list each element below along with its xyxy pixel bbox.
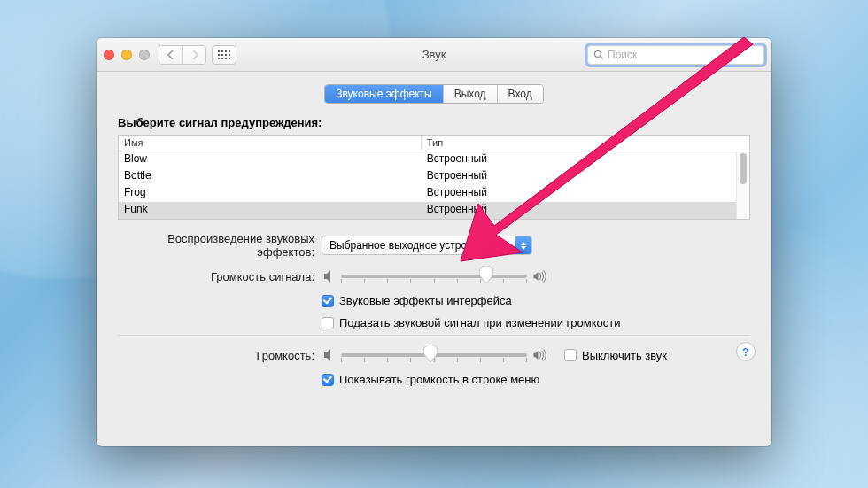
svg-line-1 bbox=[601, 56, 603, 58]
choose-alert-label: Выберите сигнал предупреждения: bbox=[118, 116, 750, 129]
popup-value: Выбранное выходное устройство bbox=[329, 239, 494, 252]
table-header: Имя Тип bbox=[119, 136, 749, 151]
speaker-high-icon bbox=[527, 348, 555, 362]
checkbox-label: Выключить звук bbox=[582, 349, 667, 362]
volume-feedback-checkbox[interactable]: Подавать звуковой сигнал при изменении г… bbox=[322, 316, 620, 329]
show-all-button[interactable] bbox=[212, 45, 236, 65]
play-through-label: Воспроизведение звуковых эффектов: bbox=[118, 232, 322, 259]
checkbox-icon bbox=[564, 349, 577, 361]
output-volume-slider[interactable] bbox=[341, 346, 527, 364]
checkbox-icon bbox=[322, 295, 334, 307]
alert-sounds-table[interactable]: Имя Тип Blow Встроенный Bottle Встроенны… bbox=[118, 135, 750, 220]
checkbox-icon bbox=[322, 317, 334, 329]
svg-point-0 bbox=[595, 50, 601, 57]
minimize-icon[interactable] bbox=[121, 50, 132, 60]
checkbox-label: Показывать громкость в строке меню bbox=[339, 373, 539, 386]
table-row[interactable]: Blow Встроенный bbox=[119, 151, 749, 168]
alert-volume-slider[interactable] bbox=[341, 267, 527, 285]
ui-sounds-checkbox[interactable]: Звуковые эффекты интерфейса bbox=[322, 294, 512, 307]
alert-volume-label: Громкость сигнала: bbox=[118, 270, 322, 283]
titlebar: Звук bbox=[97, 38, 771, 72]
speaker-low-icon bbox=[322, 269, 341, 283]
search-icon bbox=[593, 50, 604, 60]
play-through-popup[interactable]: Выбранное выходное устройство bbox=[322, 236, 532, 255]
tab-input[interactable]: Вход bbox=[497, 85, 543, 103]
close-icon[interactable] bbox=[104, 50, 114, 60]
divider bbox=[118, 335, 750, 336]
mute-checkbox[interactable]: Выключить звук bbox=[564, 349, 667, 362]
content-area: Звуковые эффекты Выход Вход Выберите сиг… bbox=[97, 72, 771, 402]
output-volume-label: Громкость: bbox=[118, 349, 322, 362]
table-row[interactable]: Bottle Встроенный bbox=[119, 168, 749, 185]
show-in-menubar-checkbox[interactable]: Показывать громкость в строке меню bbox=[322, 373, 539, 386]
help-icon: ? bbox=[742, 345, 749, 359]
tab-output[interactable]: Выход bbox=[443, 85, 497, 103]
forward-button[interactable] bbox=[182, 46, 205, 64]
col-name[interactable]: Имя bbox=[119, 136, 422, 151]
table-row[interactable]: Frog Встроенный bbox=[119, 185, 749, 202]
search-input[interactable] bbox=[608, 49, 758, 61]
checkbox-label: Звуковые эффекты интерфейса bbox=[339, 294, 512, 307]
grid-icon bbox=[218, 50, 230, 59]
chevron-updown-icon bbox=[515, 236, 531, 254]
col-type[interactable]: Тип bbox=[422, 136, 749, 151]
checkbox-icon bbox=[322, 374, 334, 386]
table-row[interactable]: Funk Встроенный bbox=[119, 202, 749, 219]
back-button[interactable] bbox=[159, 46, 182, 64]
scrollbar[interactable] bbox=[736, 151, 749, 219]
sound-preferences-window: Звук Звуковые эффекты Выход Вход Выберит… bbox=[97, 38, 771, 446]
search-field[interactable] bbox=[587, 45, 764, 65]
checkbox-label: Подавать звуковой сигнал при изменении г… bbox=[339, 316, 620, 329]
tab-sound-effects[interactable]: Звуковые эффекты bbox=[325, 85, 442, 103]
slider-thumb[interactable] bbox=[423, 345, 438, 362]
nav-back-forward bbox=[159, 45, 206, 65]
slider-thumb[interactable] bbox=[479, 266, 493, 283]
tab-selector: Звуковые эффекты Выход Вход bbox=[118, 84, 750, 104]
scroll-thumb[interactable] bbox=[740, 153, 747, 184]
speaker-low-icon bbox=[322, 348, 341, 362]
help-button[interactable]: ? bbox=[736, 342, 756, 361]
zoom-icon[interactable] bbox=[139, 50, 150, 60]
traffic-lights bbox=[104, 50, 150, 60]
speaker-high-icon bbox=[527, 269, 555, 283]
